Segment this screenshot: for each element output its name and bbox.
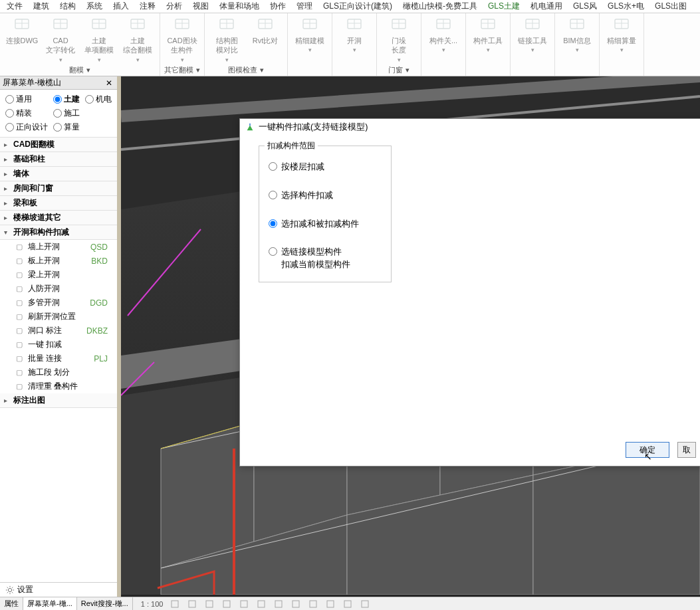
menu-tab[interactable]: GLS水+电	[602, 0, 649, 13]
filter-radio[interactable]	[5, 95, 14, 104]
status-icon[interactable]	[239, 599, 249, 609]
scale-display[interactable]: 1 : 100	[141, 600, 164, 608]
menu-tab[interactable]: 建筑	[28, 0, 55, 13]
ribbon-button[interactable]: 链接工具	[513, 15, 552, 73]
status-icon[interactable]	[187, 599, 197, 609]
ribbon-button-label: 门垛 长度	[392, 36, 406, 55]
filter-option[interactable]: 正向设计	[5, 122, 48, 133]
menu-tab[interactable]: 机电通用	[525, 0, 568, 13]
menu-tab[interactable]: GLS出图	[649, 0, 692, 13]
accordion-header[interactable]: ▸墙体	[0, 167, 117, 181]
ribbon-button[interactable]: 精细算量	[602, 15, 641, 73]
dialog-radio-option[interactable]: 按楼层扣减	[269, 161, 382, 173]
menu-tab[interactable]: 系统	[81, 0, 108, 13]
accordion-header[interactable]: ▸房间和门窗	[0, 181, 117, 196]
dialog-radio[interactable]	[269, 191, 277, 199]
ribbon-button-label: Rvt比对	[253, 36, 279, 45]
menu-tab[interactable]: 结构	[55, 0, 81, 13]
accordion-item[interactable]: ▢多管开洞DGD	[0, 296, 117, 310]
menu-tab[interactable]: GLS正向设计(建筑)	[318, 0, 398, 13]
filter-option[interactable]: 土建	[53, 94, 80, 105]
ribbon-button[interactable]: 构件关...	[424, 15, 463, 73]
ribbon-button[interactable]: 精细建模	[291, 15, 329, 73]
accordion-header[interactable]: ▸楼梯坡道其它	[0, 211, 117, 225]
filter-option[interactable]: 机电	[85, 94, 112, 105]
status-icon[interactable]	[308, 599, 318, 609]
status-icon[interactable]	[273, 599, 284, 609]
item-label: 施工段 划分	[25, 367, 112, 378]
filter-radio[interactable]	[53, 95, 62, 104]
menu-tab[interactable]: 文件	[1, 0, 28, 13]
status-icon[interactable]	[291, 599, 301, 609]
status-icon[interactable]	[170, 599, 180, 609]
accordion-header[interactable]: ▸基础和柱	[0, 152, 117, 167]
svg-line-53	[12, 587, 13, 587]
dialog-radio[interactable]	[269, 162, 277, 171]
bottom-tab[interactable]: Revit搜搜-橄...	[77, 597, 133, 610]
accordion-item[interactable]: ▢一键 扣减	[0, 338, 117, 352]
accordion-item[interactable]: ▢刷新开洞位置	[0, 310, 117, 324]
ribbon-button[interactable]: 土建 单项翻模	[80, 15, 118, 64]
filter-option[interactable]: 施工	[53, 108, 80, 119]
ribbon-button[interactable]: CAD图块 生构件	[163, 15, 201, 64]
accordion-item[interactable]: ▢墙上开洞QSD	[0, 240, 117, 254]
status-icon[interactable]	[221, 599, 232, 609]
settings-row[interactable]: 设置	[0, 582, 117, 597]
dialog-radio[interactable]	[269, 219, 277, 228]
filter-radio[interactable]	[53, 109, 62, 118]
ribbon-icon	[50, 16, 71, 33]
menu-tab[interactable]: 体量和场地	[214, 0, 265, 13]
ribbon-button[interactable]: 开洞	[335, 15, 374, 73]
menu-tab[interactable]: GLS土建	[483, 0, 525, 13]
status-icon[interactable]	[204, 599, 215, 609]
filter-radio[interactable]	[5, 109, 14, 118]
status-icon[interactable]	[360, 599, 370, 609]
status-icon[interactable]	[256, 599, 267, 609]
ribbon-button[interactable]: 构件工具	[469, 15, 507, 73]
ribbon-button[interactable]: 结构图 模对比	[207, 15, 246, 64]
filter-radio[interactable]	[85, 95, 94, 104]
menu-tab[interactable]: 视图	[187, 0, 214, 13]
ok-button[interactable]: 确定	[626, 442, 669, 458]
dialog-radio-option[interactable]: 选择构件扣减	[269, 189, 382, 202]
cancel-button[interactable]: 取	[677, 442, 696, 458]
bottom-tab[interactable]: 属性	[0, 597, 23, 610]
accordion-header[interactable]: ▸梁和板	[0, 196, 117, 211]
dialog-radio-option[interactable]: 选链接模型构件 扣减当前模型构件	[269, 246, 382, 271]
accordion-item[interactable]: ▢施工段 划分	[0, 365, 117, 379]
ribbon-button[interactable]: 连接DWG	[3, 15, 41, 64]
status-icon[interactable]	[342, 599, 353, 609]
accordion-item[interactable]: ▢梁上开洞	[0, 268, 117, 282]
filter-option[interactable]: 精装	[5, 108, 48, 119]
accordion-item[interactable]: ▢清理重 叠构件	[0, 379, 117, 393]
accordion-item[interactable]: ▢批量 连接PLJ	[0, 352, 117, 365]
menu-tab[interactable]: 分析	[161, 0, 187, 13]
item-label: 多管开洞	[25, 297, 90, 308]
ribbon-button[interactable]: BIM信息	[558, 15, 596, 73]
accordion-header[interactable]: ▾开洞和构件扣减	[0, 225, 117, 240]
menu-tab[interactable]: GLS风	[568, 0, 602, 13]
ribbon-button[interactable]: 土建 综合翻模	[118, 15, 157, 64]
accordion-item[interactable]: ▢洞口 标注DKBZ	[0, 324, 117, 338]
ribbon-button[interactable]: 门垛 长度	[380, 15, 418, 64]
filter-radio[interactable]	[5, 123, 14, 132]
ribbon-button[interactable]: Rvt比对	[246, 15, 285, 64]
accordion-header[interactable]: ▸CAD图翻模	[0, 138, 117, 152]
accordion-item[interactable]: ▢板上开洞BKD	[0, 254, 117, 268]
menu-tab[interactable]: 管理	[291, 0, 318, 13]
menu-tab[interactable]: 插入	[108, 0, 134, 13]
filter-radio[interactable]	[53, 123, 62, 132]
panel-close-button[interactable]: ✕	[104, 78, 114, 88]
filter-option[interactable]: 通用	[5, 94, 48, 105]
menu-tab[interactable]: 橄榄山快模-免费工具	[398, 0, 483, 13]
status-icon[interactable]	[325, 599, 336, 609]
menu-tab[interactable]: 协作	[265, 0, 291, 13]
filter-option[interactable]: 算量	[53, 122, 80, 133]
accordion-header[interactable]: ▸标注出图	[0, 393, 117, 408]
accordion-item[interactable]: ▢人防开洞	[0, 282, 117, 296]
bottom-tab[interactable]: 屏幕菜单-橄...	[23, 597, 77, 610]
menu-tab[interactable]: 注释	[134, 0, 161, 13]
dialog-radio[interactable]	[269, 247, 277, 256]
dialog-radio-option[interactable]: 选扣减和被扣减构件	[269, 218, 382, 231]
ribbon-button[interactable]: CAD 文字转化	[41, 15, 80, 64]
